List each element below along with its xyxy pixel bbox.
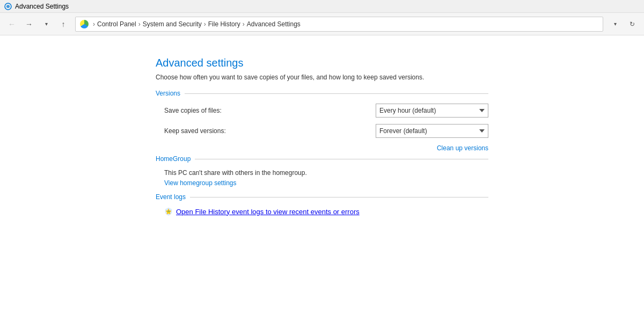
homegroup-section-header: HomeGroup	[156, 155, 488, 163]
page-description: Choose how often you want to save copies…	[156, 74, 488, 81]
window-title: Advanced Settings	[15, 3, 69, 10]
save-copies-row: Save copies of files: Every 10 minutes E…	[156, 104, 488, 118]
main-content: Advanced settings Choose how often you w…	[0, 35, 644, 216]
up-button[interactable]: ↑	[56, 17, 71, 32]
breadcrumb-sep-2: ›	[204, 20, 206, 28]
back-icon: ←	[8, 20, 16, 28]
breadcrumb-advanced-settings[interactable]: Advanced Settings	[247, 20, 301, 28]
breadcrumb-system-security[interactable]: System and Security	[143, 20, 202, 28]
file-history-icon	[80, 20, 89, 28]
keep-versions-select[interactable]: Until space is needed 1 month 3 months 6…	[376, 124, 488, 138]
versions-divider	[185, 93, 488, 94]
event-logs-icon	[164, 207, 173, 216]
breadcrumb-file-history[interactable]: File History	[208, 20, 240, 28]
recent-locations-button[interactable]: ▾	[39, 17, 54, 32]
title-icon	[4, 3, 12, 10]
save-copies-label: Save copies of files:	[164, 107, 376, 114]
forward-icon: →	[25, 20, 33, 28]
breadcrumb-control-panel[interactable]: Control Panel	[97, 20, 136, 28]
refresh-button[interactable]: ↻	[625, 17, 640, 32]
event-logs-row: Open File History event logs to view rec…	[156, 207, 488, 216]
homegroup-body: This PC can't share with others in the h…	[156, 169, 488, 187]
refresh-icon: ↻	[630, 20, 635, 28]
svg-point-1	[6, 5, 10, 8]
forward-button[interactable]: →	[21, 17, 36, 32]
event-logs-section-header: Event logs	[156, 193, 488, 201]
dropdown-arrow-icon: ▾	[614, 21, 617, 27]
breadcrumb-dropdown-button[interactable]: ▾	[608, 17, 623, 32]
homegroup-divider	[195, 159, 488, 159]
page-title: Advanced settings	[156, 57, 488, 69]
chevron-down-icon: ▾	[45, 21, 48, 27]
versions-label: Versions	[156, 90, 180, 97]
breadcrumb-sep-1: ›	[138, 20, 141, 28]
homegroup-description: This PC can't share with others in the h…	[164, 169, 488, 177]
breadcrumb-sep-3: ›	[243, 20, 245, 28]
keep-versions-row: Keep saved versions: Until space is need…	[156, 124, 488, 138]
settings-panel: Advanced settings Choose how often you w…	[156, 57, 488, 216]
back-button[interactable]: ←	[4, 17, 19, 32]
breadcrumb-sep-0: ›	[93, 20, 95, 28]
up-icon: ↑	[62, 20, 65, 28]
save-copies-select[interactable]: Every 10 minutes Every 15 minutes Every …	[376, 104, 488, 118]
open-event-logs-link[interactable]: Open File History event logs to view rec…	[176, 208, 360, 216]
breadcrumb: › Control Panel › System and Security › …	[75, 17, 603, 32]
clean-up-row: Clean up versions	[156, 144, 488, 152]
event-logs-divider	[190, 197, 488, 197]
view-homegroup-link[interactable]: View homegroup settings	[164, 179, 237, 187]
clean-up-versions-link[interactable]: Clean up versions	[437, 144, 488, 152]
homegroup-label: HomeGroup	[156, 155, 191, 163]
nav-bar: ← → ▾ ↑ › Control Panel › System and Sec…	[0, 13, 644, 35]
versions-section-header: Versions	[156, 90, 488, 97]
event-logs-label: Event logs	[156, 193, 186, 201]
title-bar: Advanced Settings	[0, 0, 644, 13]
keep-versions-label: Keep saved versions:	[164, 127, 376, 135]
